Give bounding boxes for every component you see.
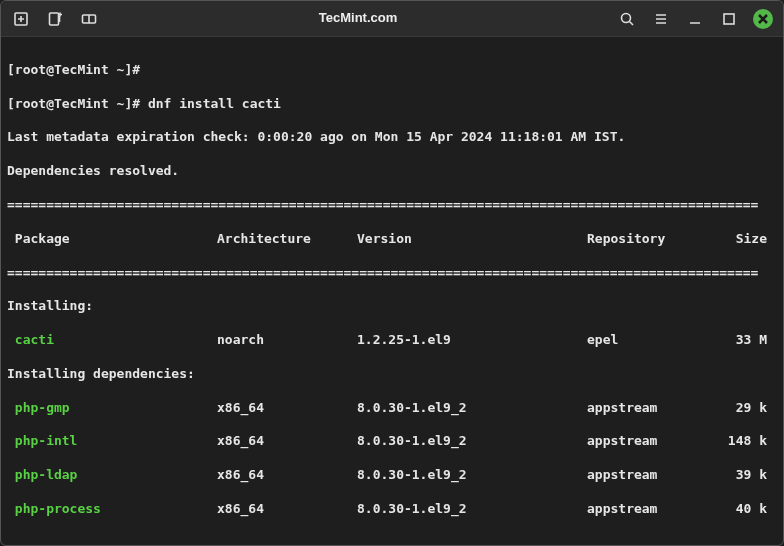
prompt-line-empty: [root@TecMint ~]# — [7, 62, 773, 79]
menu-button[interactable] — [651, 9, 671, 29]
pkg-name: php-process — [7, 501, 217, 518]
rule-line: ========================================… — [7, 265, 773, 282]
deps-resolved-line: Dependencies resolved. — [7, 163, 773, 180]
section-installing: Installing: — [7, 298, 773, 315]
pkg-repo: appstream — [587, 400, 717, 417]
pkg-version: 8.0.30-1.el9_2 — [357, 400, 587, 417]
pkg-repo: appstream — [587, 433, 717, 450]
section-installing-deps: Installing dependencies: — [7, 366, 773, 383]
ps1: [root@TecMint ~]# — [7, 62, 140, 77]
pkg-arch: x86_64 — [217, 467, 357, 484]
svg-point-9 — [622, 13, 631, 22]
pkg-version: 8.0.30-1.el9_2 — [357, 433, 587, 450]
pkg-name: php-intl — [7, 433, 217, 450]
close-button[interactable] — [753, 9, 773, 29]
ps1: [root@TecMint ~]# — [7, 96, 140, 111]
pkg-arch: noarch — [217, 332, 357, 349]
titlebar-left-controls — [11, 9, 99, 29]
titlebar-right-controls — [617, 9, 773, 29]
pkg-name: php-ldap — [7, 467, 217, 484]
pkg-size: 148 k — [717, 433, 767, 450]
pkg-size: 29 k — [717, 400, 767, 417]
pkg-arch: x86_64 — [217, 433, 357, 450]
search-button[interactable] — [617, 9, 637, 29]
header-size: Size — [717, 231, 767, 248]
table-row: php-ldapx86_648.0.30-1.el9_2appstream39 … — [7, 467, 773, 484]
split-view-button[interactable] — [79, 9, 99, 29]
metadata-line: Last metadata expiration check: 0:00:20 … — [7, 129, 773, 146]
table-row: cactinoarch1.2.25-1.el9epel33 M — [7, 332, 773, 349]
table-row: php-intlx86_648.0.30-1.el9_2appstream148… — [7, 433, 773, 450]
maximize-button[interactable] — [719, 9, 739, 29]
rule-line: ========================================… — [7, 197, 773, 214]
pkg-arch: x86_64 — [217, 400, 357, 417]
table-row: php-gmpx86_648.0.30-1.el9_2appstream29 k — [7, 400, 773, 417]
header-package: Package — [7, 231, 217, 248]
pkg-repo: epel — [587, 332, 717, 349]
pkg-arch: x86_64 — [217, 501, 357, 518]
header-architecture: Architecture — [217, 231, 357, 248]
command-text: dnf install cacti — [148, 96, 281, 111]
header-version: Version — [357, 231, 587, 248]
table-header-row: PackageArchitectureVersionRepositorySize — [7, 231, 773, 248]
pkg-version: 8.0.30-1.el9_2 — [357, 501, 587, 518]
pkg-repo: appstream — [587, 501, 717, 518]
table-row: php-processx86_648.0.30-1.el9_2appstream… — [7, 501, 773, 518]
titlebar: TecMint.com — [1, 1, 783, 37]
minimize-button[interactable] — [685, 9, 705, 29]
pkg-name: php-gmp — [7, 400, 217, 417]
new-tab-button[interactable] — [11, 9, 31, 29]
svg-line-10 — [630, 21, 634, 25]
new-window-button[interactable] — [45, 9, 65, 29]
pkg-name: cacti — [7, 332, 217, 349]
pkg-size: 40 k — [717, 501, 767, 518]
pkg-size: 33 M — [717, 332, 767, 349]
pkg-version: 8.0.30-1.el9_2 — [357, 467, 587, 484]
pkg-repo: appstream — [587, 467, 717, 484]
window-title: TecMint.com — [107, 10, 609, 27]
pkg-version: 1.2.25-1.el9 — [357, 332, 587, 349]
prompt-line-command: [root@TecMint ~]# dnf install cacti — [7, 96, 773, 113]
terminal-output[interactable]: [root@TecMint ~]# [root@TecMint ~]# dnf … — [1, 37, 783, 546]
svg-rect-3 — [50, 13, 59, 25]
blank-line — [7, 535, 773, 546]
pkg-size: 39 k — [717, 467, 767, 484]
header-repository: Repository — [587, 231, 717, 248]
svg-rect-15 — [724, 14, 734, 24]
